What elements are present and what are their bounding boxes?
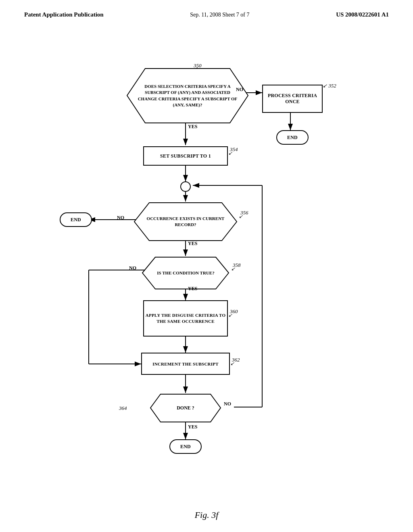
node-364-label: DONE ? <box>155 399 216 417</box>
flowchart-diagram: 350 ↙ DOES SELECTION CRITERIA SPECIFY A … <box>0 22 413 506</box>
node-352: PROCESS CRITERIA ONCE <box>262 85 323 113</box>
patent-number-label: US 2008/0222601 A1 <box>336 11 389 18</box>
yes-label-350: YES <box>188 124 197 130</box>
node-356: OCCURRENCE EXISTS IN CURRENT RECORD? <box>133 202 238 243</box>
publication-label: Patent Application Publication <box>24 11 104 18</box>
no-label-350: NO <box>236 87 243 93</box>
ref-364: 364 <box>119 405 127 411</box>
date-sheet-label: Sep. 11, 2008 Sheet 7 of 7 <box>190 12 249 18</box>
node-350-label: DOES SELECTION CRITERIA SPECIFY A SUBSCR… <box>137 73 238 119</box>
node-360: APPLY THE DISGUISE CRITERIA TO THE SAME … <box>143 300 228 337</box>
circle-connector <box>180 181 191 192</box>
node-352-end: END <box>276 130 309 145</box>
node-350: DOES SELECTION CRITERIA SPECIFY A SUBSCR… <box>125 66 250 127</box>
yes-label-364: YES <box>188 424 197 430</box>
node-358: IS THE CONDITION TRUE? <box>141 256 230 292</box>
node-356-end: END <box>60 212 92 227</box>
node-356-label: OCCURRENCE EXISTS IN CURRENT RECORD? <box>141 206 230 238</box>
node-354: SET SUBSCRIPT TO 1 <box>143 146 228 166</box>
figure-caption: Fig. 3f <box>0 510 413 528</box>
node-364-end: END <box>169 439 202 454</box>
node-358-label: IS THE CONDITION TRUE? <box>148 260 223 286</box>
no-label-364: NO <box>224 401 231 407</box>
no-label-356: NO <box>117 215 124 221</box>
ref-352: ↙ 352 <box>323 83 336 89</box>
yes-label-356: YES <box>188 241 197 247</box>
no-label-358: NO <box>129 265 136 271</box>
node-362: INCREMENT THE SUBSCRIPT <box>141 353 230 375</box>
page-header: Patent Application Publication Sep. 11, … <box>0 0 413 22</box>
node-364: DONE ? <box>149 393 222 425</box>
yes-label-358: YES <box>188 286 197 292</box>
